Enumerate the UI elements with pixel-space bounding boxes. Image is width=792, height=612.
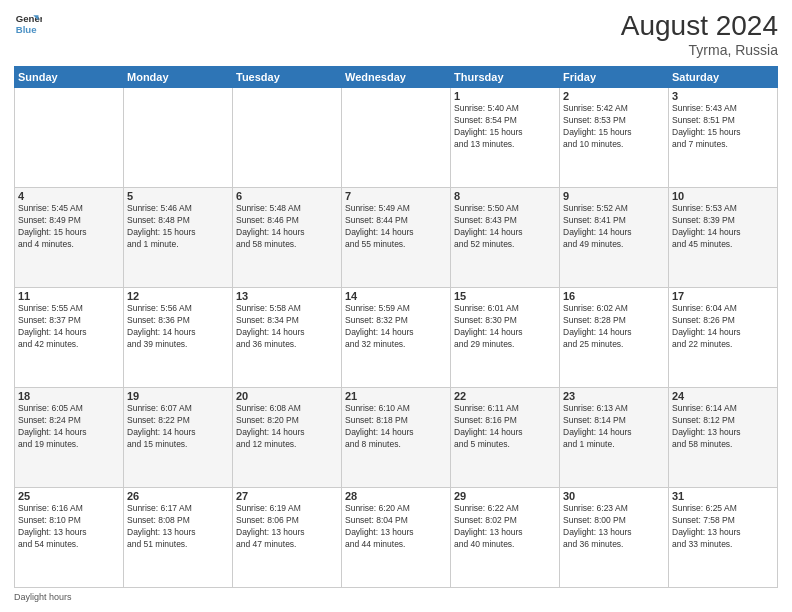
calendar-cell: 26Sunrise: 6:17 AM Sunset: 8:08 PM Dayli… — [124, 488, 233, 588]
calendar-cell: 11Sunrise: 5:55 AM Sunset: 8:37 PM Dayli… — [15, 288, 124, 388]
calendar-cell — [124, 88, 233, 188]
day-number: 4 — [18, 190, 120, 202]
day-number: 29 — [454, 490, 556, 502]
day-info: Sunrise: 6:07 AM Sunset: 8:22 PM Dayligh… — [127, 403, 229, 451]
day-number: 15 — [454, 290, 556, 302]
calendar-cell: 20Sunrise: 6:08 AM Sunset: 8:20 PM Dayli… — [233, 388, 342, 488]
column-header-friday: Friday — [560, 67, 669, 88]
day-number: 31 — [672, 490, 774, 502]
day-info: Sunrise: 5:52 AM Sunset: 8:41 PM Dayligh… — [563, 203, 665, 251]
column-header-wednesday: Wednesday — [342, 67, 451, 88]
day-number: 1 — [454, 90, 556, 102]
page-header: General Blue August 2024 Tyrma, Russia — [14, 10, 778, 58]
calendar-header-row: SundayMondayTuesdayWednesdayThursdayFrid… — [15, 67, 778, 88]
day-number: 9 — [563, 190, 665, 202]
day-number: 2 — [563, 90, 665, 102]
calendar-cell: 31Sunrise: 6:25 AM Sunset: 7:58 PM Dayli… — [669, 488, 778, 588]
calendar-cell: 25Sunrise: 6:16 AM Sunset: 8:10 PM Dayli… — [15, 488, 124, 588]
day-info: Sunrise: 6:17 AM Sunset: 8:08 PM Dayligh… — [127, 503, 229, 551]
day-number: 6 — [236, 190, 338, 202]
day-number: 5 — [127, 190, 229, 202]
calendar-cell — [233, 88, 342, 188]
day-info: Sunrise: 6:23 AM Sunset: 8:00 PM Dayligh… — [563, 503, 665, 551]
day-info: Sunrise: 6:14 AM Sunset: 8:12 PM Dayligh… — [672, 403, 774, 451]
day-info: Sunrise: 6:22 AM Sunset: 8:02 PM Dayligh… — [454, 503, 556, 551]
calendar-cell: 6Sunrise: 5:48 AM Sunset: 8:46 PM Daylig… — [233, 188, 342, 288]
day-info: Sunrise: 5:43 AM Sunset: 8:51 PM Dayligh… — [672, 103, 774, 151]
day-info: Sunrise: 5:46 AM Sunset: 8:48 PM Dayligh… — [127, 203, 229, 251]
column-header-sunday: Sunday — [15, 67, 124, 88]
day-info: Sunrise: 6:01 AM Sunset: 8:30 PM Dayligh… — [454, 303, 556, 351]
calendar-cell: 13Sunrise: 5:58 AM Sunset: 8:34 PM Dayli… — [233, 288, 342, 388]
day-number: 26 — [127, 490, 229, 502]
day-info: Sunrise: 5:55 AM Sunset: 8:37 PM Dayligh… — [18, 303, 120, 351]
day-number: 16 — [563, 290, 665, 302]
calendar-cell: 18Sunrise: 6:05 AM Sunset: 8:24 PM Dayli… — [15, 388, 124, 488]
logo-icon: General Blue — [14, 10, 42, 38]
logo: General Blue — [14, 10, 42, 38]
day-info: Sunrise: 6:19 AM Sunset: 8:06 PM Dayligh… — [236, 503, 338, 551]
calendar-cell: 12Sunrise: 5:56 AM Sunset: 8:36 PM Dayli… — [124, 288, 233, 388]
day-number: 27 — [236, 490, 338, 502]
calendar-week-5: 25Sunrise: 6:16 AM Sunset: 8:10 PM Dayli… — [15, 488, 778, 588]
day-number: 3 — [672, 90, 774, 102]
day-number: 8 — [454, 190, 556, 202]
calendar-cell — [342, 88, 451, 188]
day-number: 25 — [18, 490, 120, 502]
day-info: Sunrise: 5:53 AM Sunset: 8:39 PM Dayligh… — [672, 203, 774, 251]
day-number: 13 — [236, 290, 338, 302]
calendar-cell: 17Sunrise: 6:04 AM Sunset: 8:26 PM Dayli… — [669, 288, 778, 388]
day-info: Sunrise: 5:50 AM Sunset: 8:43 PM Dayligh… — [454, 203, 556, 251]
day-info: Sunrise: 6:16 AM Sunset: 8:10 PM Dayligh… — [18, 503, 120, 551]
day-number: 20 — [236, 390, 338, 402]
footer-note: Daylight hours — [14, 592, 778, 602]
day-info: Sunrise: 5:59 AM Sunset: 8:32 PM Dayligh… — [345, 303, 447, 351]
svg-text:Blue: Blue — [16, 24, 37, 35]
calendar-cell: 30Sunrise: 6:23 AM Sunset: 8:00 PM Dayli… — [560, 488, 669, 588]
location: Tyrma, Russia — [621, 42, 778, 58]
column-header-saturday: Saturday — [669, 67, 778, 88]
column-header-thursday: Thursday — [451, 67, 560, 88]
title-block: August 2024 Tyrma, Russia — [621, 10, 778, 58]
day-number: 18 — [18, 390, 120, 402]
day-info: Sunrise: 6:25 AM Sunset: 7:58 PM Dayligh… — [672, 503, 774, 551]
column-header-monday: Monday — [124, 67, 233, 88]
day-number: 11 — [18, 290, 120, 302]
day-number: 10 — [672, 190, 774, 202]
day-info: Sunrise: 6:13 AM Sunset: 8:14 PM Dayligh… — [563, 403, 665, 451]
calendar-cell: 22Sunrise: 6:11 AM Sunset: 8:16 PM Dayli… — [451, 388, 560, 488]
day-info: Sunrise: 6:05 AM Sunset: 8:24 PM Dayligh… — [18, 403, 120, 451]
day-number: 24 — [672, 390, 774, 402]
day-info: Sunrise: 6:20 AM Sunset: 8:04 PM Dayligh… — [345, 503, 447, 551]
calendar-cell: 9Sunrise: 5:52 AM Sunset: 8:41 PM Daylig… — [560, 188, 669, 288]
calendar-week-3: 11Sunrise: 5:55 AM Sunset: 8:37 PM Dayli… — [15, 288, 778, 388]
day-number: 23 — [563, 390, 665, 402]
calendar-cell: 1Sunrise: 5:40 AM Sunset: 8:54 PM Daylig… — [451, 88, 560, 188]
calendar-cell: 28Sunrise: 6:20 AM Sunset: 8:04 PM Dayli… — [342, 488, 451, 588]
day-number: 28 — [345, 490, 447, 502]
calendar-cell: 2Sunrise: 5:42 AM Sunset: 8:53 PM Daylig… — [560, 88, 669, 188]
day-number: 19 — [127, 390, 229, 402]
day-info: Sunrise: 5:45 AM Sunset: 8:49 PM Dayligh… — [18, 203, 120, 251]
day-info: Sunrise: 5:49 AM Sunset: 8:44 PM Dayligh… — [345, 203, 447, 251]
day-info: Sunrise: 6:10 AM Sunset: 8:18 PM Dayligh… — [345, 403, 447, 451]
calendar-cell: 21Sunrise: 6:10 AM Sunset: 8:18 PM Dayli… — [342, 388, 451, 488]
day-info: Sunrise: 5:40 AM Sunset: 8:54 PM Dayligh… — [454, 103, 556, 151]
column-header-tuesday: Tuesday — [233, 67, 342, 88]
day-number: 14 — [345, 290, 447, 302]
day-number: 7 — [345, 190, 447, 202]
day-info: Sunrise: 5:42 AM Sunset: 8:53 PM Dayligh… — [563, 103, 665, 151]
day-info: Sunrise: 6:04 AM Sunset: 8:26 PM Dayligh… — [672, 303, 774, 351]
month-title: August 2024 — [621, 10, 778, 42]
calendar-cell: 3Sunrise: 5:43 AM Sunset: 8:51 PM Daylig… — [669, 88, 778, 188]
calendar-cell: 14Sunrise: 5:59 AM Sunset: 8:32 PM Dayli… — [342, 288, 451, 388]
calendar-cell: 23Sunrise: 6:13 AM Sunset: 8:14 PM Dayli… — [560, 388, 669, 488]
calendar-cell: 10Sunrise: 5:53 AM Sunset: 8:39 PM Dayli… — [669, 188, 778, 288]
calendar-cell: 4Sunrise: 5:45 AM Sunset: 8:49 PM Daylig… — [15, 188, 124, 288]
calendar-table: SundayMondayTuesdayWednesdayThursdayFrid… — [14, 66, 778, 588]
calendar-cell: 19Sunrise: 6:07 AM Sunset: 8:22 PM Dayli… — [124, 388, 233, 488]
day-info: Sunrise: 6:08 AM Sunset: 8:20 PM Dayligh… — [236, 403, 338, 451]
calendar-cell: 15Sunrise: 6:01 AM Sunset: 8:30 PM Dayli… — [451, 288, 560, 388]
day-info: Sunrise: 5:58 AM Sunset: 8:34 PM Dayligh… — [236, 303, 338, 351]
calendar-cell — [15, 88, 124, 188]
